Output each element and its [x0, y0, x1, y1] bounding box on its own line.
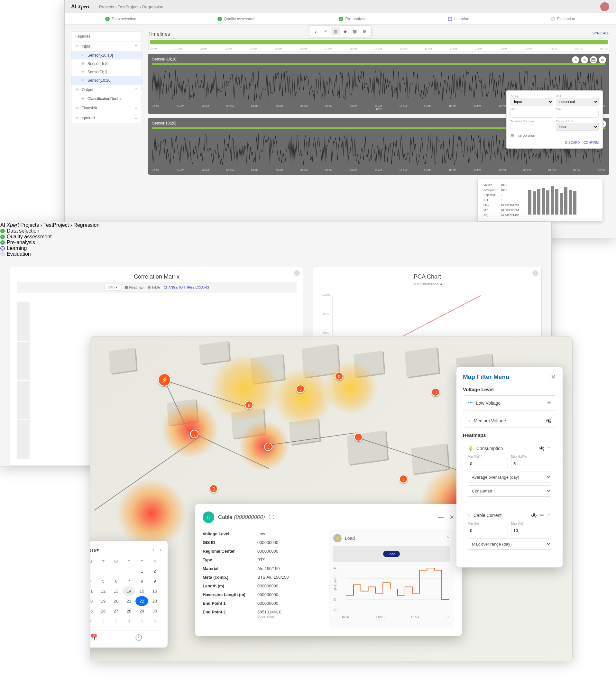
calendar-day[interactable]: 15: [135, 586, 148, 596]
feature-item[interactable]: 👁Sensor[10;20]: [71, 76, 141, 85]
calendar-day[interactable]: 20: [110, 596, 123, 606]
close-icon[interactable]: ✕: [551, 373, 556, 381]
breadcrumb[interactable]: Projects › TestProject › Regression: [20, 222, 100, 228]
calendar-day[interactable]: [123, 566, 135, 576]
calendar-day[interactable]: 16: [148, 586, 161, 596]
group-output[interactable]: 👁Output⌃: [71, 85, 141, 94]
calendar-day[interactable]: 28: [123, 606, 135, 616]
eye-off-icon[interactable]: 👁‍🗨: [539, 446, 544, 451]
group-timeshift[interactable]: 👁Timeshift⌄: [71, 103, 141, 113]
step-learning[interactable]: ◌Learning: [0, 245, 551, 251]
eye-icon[interactable]: 👁: [540, 513, 544, 518]
calendar-day[interactable]: 19: [97, 596, 110, 606]
calendar-day[interactable]: 29: [135, 606, 148, 616]
breadcrumb[interactable]: Projects › TestProject › Regression: [99, 4, 163, 9]
consumption-range-select[interactable]: Average over range (day): [468, 472, 551, 483]
tool-4[interactable]: ◆: [341, 27, 349, 36]
correlation-heatmap[interactable]: [17, 295, 32, 459]
close-icon[interactable]: ✕: [449, 514, 454, 521]
mode-select[interactable]: In/In ▾: [104, 284, 121, 291]
heatmap-toggle[interactable]: ▦ Heatmap: [125, 285, 144, 290]
chevron-up-icon[interactable]: ⌃: [446, 536, 450, 541]
calendar-day[interactable]: 2: [97, 616, 110, 626]
step-data-selection[interactable]: ✓Data selection: [105, 17, 136, 21]
calendar-day[interactable]: 11: [90, 586, 97, 596]
calendar-day[interactable]: 12: [97, 586, 110, 596]
consumption-min-input[interactable]: [468, 459, 508, 468]
expand-icon[interactable]: ✕: [572, 56, 579, 63]
calendar-day[interactable]: 13: [110, 586, 123, 596]
edit-icon[interactable]: ✎: [581, 56, 588, 63]
calendar-day[interactable]: 8: [135, 576, 148, 586]
calendar-day[interactable]: [110, 566, 123, 576]
info-icon[interactable]: i: [294, 270, 300, 276]
avatar[interactable]: [600, 2, 609, 11]
calendar-day[interactable]: 1: [90, 616, 97, 626]
focus-icon[interactable]: ⛶: [269, 514, 274, 520]
feature-item[interactable]: 👁ClassificationDouble: [71, 94, 141, 103]
eye-off-icon[interactable]: 👁‍🗨: [546, 418, 551, 423]
low-voltage-option[interactable]: 〜Low Voltage👁: [463, 395, 556, 410]
map-node[interactable]: ▯: [335, 372, 343, 380]
step-learning[interactable]: ◌Learning: [448, 17, 469, 21]
unit-select[interactable]: numerical: [556, 98, 599, 106]
step-evaluation[interactable]: ⊘Evaluation: [0, 251, 551, 257]
group-ignored[interactable]: 👁Ignored⌄: [71, 113, 141, 123]
feature-item[interactable]: 👁Sensor[-10;10]: [71, 51, 141, 60]
medium-voltage-option[interactable]: ≈Medium Voltage👁‍🗨: [463, 414, 556, 428]
table-toggle[interactable]: ▤ Table: [147, 285, 160, 290]
step-quality[interactable]: ✓Quality assessment: [0, 234, 551, 240]
current-max-input[interactable]: [511, 526, 551, 535]
calendar-date-icon[interactable]: 📅: [90, 634, 97, 641]
tool-2[interactable]: ✓: [322, 27, 330, 36]
copy-icon[interactable]: ⧉: [599, 56, 606, 63]
calendar-day[interactable]: 27: [110, 606, 123, 616]
eye-icon[interactable]: 👁: [547, 400, 551, 406]
calendar-day[interactable]: 22: [135, 596, 148, 606]
calendar-day[interactable]: 14: [123, 586, 135, 596]
tool-5[interactable]: ▦: [351, 27, 359, 36]
calendar-day[interactable]: 3: [110, 616, 123, 626]
calendar-day[interactable]: 6: [148, 616, 161, 626]
max-input[interactable]: [556, 111, 599, 118]
calendar-day[interactable]: 4: [90, 576, 97, 586]
calendar-day[interactable]: 6: [110, 576, 123, 586]
calendar-day[interactable]: 26: [97, 606, 110, 616]
calendar-time-icon[interactable]: 🕐: [135, 634, 142, 641]
save-icon[interactable]: 💾: [590, 56, 597, 63]
map-node[interactable]: ▯: [190, 430, 198, 438]
calendar-day[interactable]: [90, 566, 97, 576]
next-month-icon[interactable]: ›: [159, 547, 161, 553]
timeshift-unit-select[interactable]: hour: [556, 123, 599, 131]
calendar-month[interactable]: March 2019: [90, 548, 96, 553]
current-range-select[interactable]: Max over range (day): [468, 538, 551, 550]
step-quality[interactable]: ✓Quality assessment: [217, 17, 258, 21]
step-evaluation[interactable]: ⊘Evaluation: [551, 17, 575, 21]
map-node[interactable]: ▯: [431, 388, 440, 396]
eye-off-icon[interactable]: 👁‍🗨: [531, 513, 536, 518]
map-node-hub[interactable]: ⚡: [158, 374, 171, 386]
map-node[interactable]: ▯: [210, 485, 218, 493]
calendar-day[interactable]: 23: [148, 596, 161, 606]
min-input[interactable]: [510, 111, 553, 118]
map-node[interactable]: ▯: [264, 443, 272, 451]
calendar-day[interactable]: 2: [148, 566, 161, 576]
color-link[interactable]: CHANGE TO THREE COLORS: [164, 286, 209, 289]
calendar-day[interactable]: 5: [97, 576, 110, 586]
step-data-selection[interactable]: ✓Data selection: [0, 228, 551, 234]
consumption-metric-select[interactable]: Consumed: [468, 485, 551, 497]
prev-month-icon[interactable]: ‹: [152, 547, 154, 553]
group-input[interactable]: 👁Input⌃: [71, 41, 141, 51]
step-preanalysis[interactable]: ✓Pre-analysis: [0, 240, 551, 245]
timeshift-constant-input[interactable]: [510, 123, 553, 130]
chevron-up-icon[interactable]: ⌃: [548, 446, 551, 451]
confirm-button[interactable]: CONFIRM: [584, 141, 599, 144]
timeline-axis[interactable]: 12 AM01 AM02 AM03 AM04 AM05 AM06 AM07 AM…: [148, 38, 609, 51]
calendar-day[interactable]: [97, 566, 110, 576]
calendar-day[interactable]: 7: [123, 576, 135, 586]
consumption-max-input[interactable]: [511, 459, 551, 468]
chevron-up-icon[interactable]: ⌃: [548, 513, 551, 518]
tool-1[interactable]: ↙: [312, 27, 321, 36]
current-min-input[interactable]: [468, 526, 508, 535]
calendar-day[interactable]: 21: [123, 596, 135, 606]
